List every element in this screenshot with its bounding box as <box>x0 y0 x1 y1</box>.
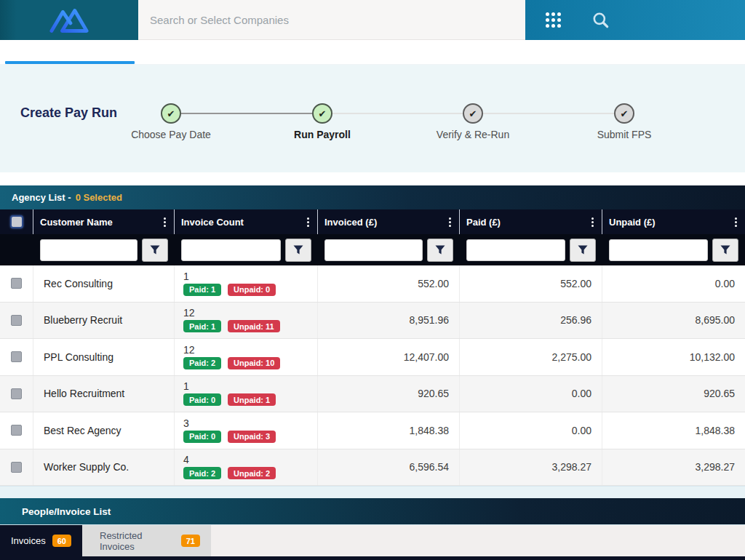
step-choose-pay-date-circle[interactable]: ✔ <box>161 103 181 124</box>
company-logo[interactable] <box>0 0 138 40</box>
unpaid-badge: Unpaid: 2 <box>228 467 276 479</box>
funnel-icon <box>150 245 160 255</box>
row-checkbox[interactable] <box>11 351 22 362</box>
check-icon: ✔ <box>167 108 175 119</box>
step-verify-rerun-circle[interactable]: ✔ <box>463 103 483 124</box>
invoice-count: 12 <box>183 345 195 355</box>
people-invoice-list-bar: People/Invoice List <box>0 498 745 525</box>
paid-badge: Paid: 2 <box>183 467 221 479</box>
column-header-customer-name[interactable]: Customer Name <box>33 209 175 234</box>
row-checkbox[interactable] <box>11 278 22 289</box>
select-all-cell <box>0 209 33 234</box>
funnel-icon <box>720 245 730 255</box>
mountain-logo-icon <box>49 7 89 34</box>
step-label-run-payroll: Run Payroll <box>260 129 384 140</box>
company-search-bar <box>138 0 525 40</box>
row-checkbox[interactable] <box>11 388 22 399</box>
step-submit-fps-circle[interactable]: ✔ <box>614 103 634 124</box>
filter-input-customer[interactable] <box>40 239 138 261</box>
paid-amount: 0.00 <box>460 376 602 412</box>
unpaid-amount: 920.65 <box>602 376 745 412</box>
table-row[interactable]: Blueberry Recruit 12 Paid: 1Unpaid: 11 8… <box>0 303 745 340</box>
filter-button[interactable] <box>427 239 453 262</box>
tab-restricted-invoices[interactable]: Restricted Invoices 71 <box>82 525 211 556</box>
row-checkbox[interactable] <box>11 462 22 473</box>
column-menu-icon[interactable] <box>590 216 595 228</box>
paid-badge: Paid: 1 <box>183 320 221 332</box>
step-run-payroll-circle[interactable]: ✔ <box>312 103 332 124</box>
company-search-input[interactable] <box>138 14 525 26</box>
invoiced-amount: 920.65 <box>318 376 460 412</box>
spacer <box>0 486 745 498</box>
column-menu-icon[interactable] <box>162 216 167 228</box>
customer-name: Hello Recruitment <box>33 376 175 412</box>
unpaid-amount: 10,132.00 <box>602 339 745 375</box>
header-actions <box>525 0 745 40</box>
filter-button[interactable] <box>570 239 596 262</box>
filter-button[interactable] <box>285 239 311 262</box>
column-menu-icon[interactable] <box>733 216 738 228</box>
invoiced-amount: 8,951.96 <box>318 303 460 339</box>
column-menu-icon[interactable] <box>447 216 453 228</box>
column-header-invoice-count[interactable]: Invoice Count <box>175 209 318 234</box>
check-icon: ✔ <box>621 108 629 119</box>
unpaid-badge: Unpaid: 10 <box>228 357 280 369</box>
invoiced-amount: 1,848.38 <box>318 412 460 449</box>
top-header <box>0 0 745 40</box>
invoice-count: 1 <box>183 381 189 391</box>
table-row[interactable]: Hello Recruitment 1 Paid: 0Unpaid: 1 920… <box>0 376 745 413</box>
invoiced-amount: 6,596.54 <box>318 449 460 486</box>
column-menu-icon[interactable] <box>306 216 311 228</box>
paid-badge: Paid: 2 <box>183 357 221 369</box>
step-label-verify-rerun: Verify & Re-Run <box>411 129 535 140</box>
page-title: Create Pay Run <box>20 105 117 121</box>
filter-button[interactable] <box>142 239 168 262</box>
unpaid-badge: Unpaid: 0 <box>228 284 276 296</box>
column-header-unpaid[interactable]: Unpaid (£) <box>602 209 745 234</box>
page-tab-strip <box>0 40 745 65</box>
column-header-invoiced[interactable]: Invoiced (£) <box>318 209 460 234</box>
filter-input-paid[interactable] <box>466 239 565 261</box>
unpaid-badge: Unpaid: 1 <box>228 393 276 406</box>
filter-input-invoice-count[interactable] <box>181 239 281 261</box>
filter-button[interactable] <box>712 239 738 262</box>
select-all-checkbox[interactable] <box>10 215 23 228</box>
spacer <box>0 172 745 185</box>
filter-input-invoiced[interactable] <box>324 239 423 261</box>
customer-name: Rec Consulting <box>33 265 175 302</box>
step-label-submit-fps: Submit FPS <box>562 129 686 140</box>
filter-input-unpaid[interactable] <box>609 239 708 261</box>
table-row[interactable]: Best Rec Agency 3 Paid: 0Unpaid: 3 1,848… <box>0 412 745 449</box>
paid-badge: Paid: 0 <box>183 431 221 443</box>
unpaid-amount: 1,848.38 <box>602 412 745 449</box>
customer-name: Worker Supply Co. <box>33 449 175 486</box>
apps-grid-icon[interactable] <box>546 12 561 28</box>
table-row[interactable]: Rec Consulting 1 Paid: 1Unpaid: 0 552.00… <box>0 265 745 303</box>
tab-invoices[interactable]: Invoices 60 <box>0 525 82 556</box>
filter-cell-invoice-count <box>175 234 318 265</box>
invoice-count: 4 <box>183 455 189 465</box>
invoice-count: 12 <box>183 308 195 318</box>
paid-badge: Paid: 1 <box>183 284 221 296</box>
filter-cell-empty <box>0 234 33 265</box>
table-row[interactable]: Worker Supply Co. 4 Paid: 2Unpaid: 2 6,5… <box>0 449 745 487</box>
invoice-tabs: Invoices 60 Restricted Invoices 71 <box>0 525 745 556</box>
paid-amount: 3,298.27 <box>460 449 602 486</box>
row-checkbox[interactable] <box>11 315 22 326</box>
funnel-icon <box>578 245 588 255</box>
paid-amount: 256.96 <box>460 303 602 339</box>
unpaid-amount: 3,298.27 <box>602 449 745 486</box>
agency-table-header: Customer Name Invoice Count Invoiced (£)… <box>0 209 745 234</box>
invoices-count-badge: 60 <box>52 535 71 547</box>
invoiced-amount: 552.00 <box>318 265 460 302</box>
selected-count-badge: 0 Selected <box>76 192 122 203</box>
column-header-paid[interactable]: Paid (£) <box>460 209 602 234</box>
customer-name: Blueberry Recruit <box>33 303 175 339</box>
table-row[interactable]: PPL Consulting 12 Paid: 2Unpaid: 10 12,4… <box>0 339 745 376</box>
active-tab-indicator[interactable] <box>5 61 135 64</box>
row-checkbox[interactable] <box>11 425 22 436</box>
unpaid-amount: 0.00 <box>602 265 745 302</box>
app-window: Create Pay Run ✔ ✔ ✔ ✔ Choose Pay Date R… <box>0 0 745 560</box>
search-icon[interactable] <box>591 11 610 30</box>
stepper-connector-1 <box>181 113 312 114</box>
